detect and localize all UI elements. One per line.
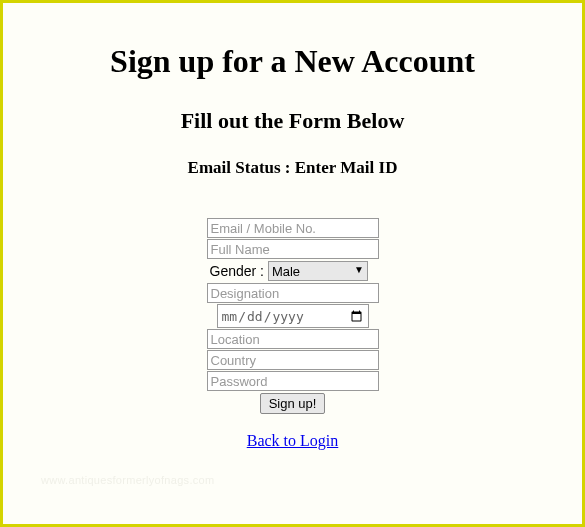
country-field[interactable] [207,350,379,370]
fullname-field[interactable] [207,239,379,259]
signup-form: Gender : Male Sign up! [207,218,379,414]
page-subtitle: Fill out the Form Below [23,108,562,134]
signup-container: Sign up for a New Account Fill out the F… [3,3,582,470]
date-field[interactable] [217,304,369,328]
password-field[interactable] [207,371,379,391]
signup-button[interactable]: Sign up! [260,393,326,414]
location-field[interactable] [207,329,379,349]
gender-label: Gender : [210,263,268,279]
gender-select[interactable]: Male [268,261,368,281]
page-title: Sign up for a New Account [23,43,562,80]
email-status: Email Status : Enter Mail ID [23,158,562,178]
email-field[interactable] [207,218,379,238]
watermark-text: www.antiquesformerlyofnags.com [41,474,214,486]
back-to-login-link[interactable]: Back to Login [23,432,562,450]
designation-field[interactable] [207,283,379,303]
